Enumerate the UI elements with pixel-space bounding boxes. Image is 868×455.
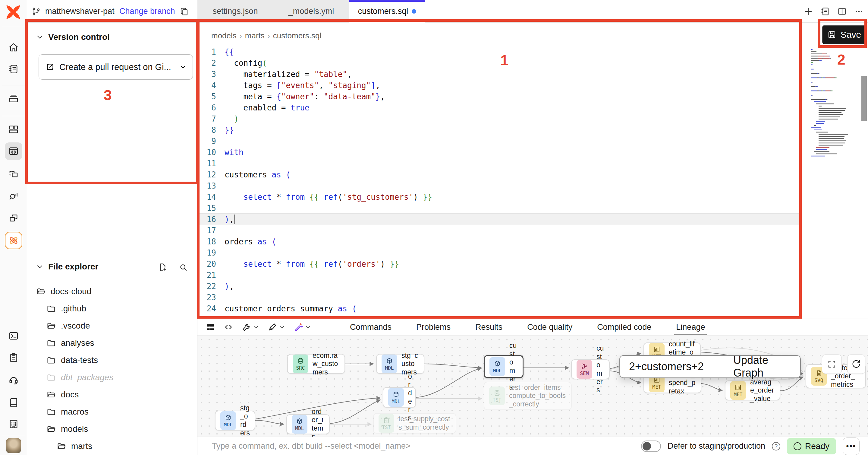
code-line-15[interactable]: 15 bbox=[197, 202, 800, 214]
ide-code-icon[interactable] bbox=[5, 142, 22, 160]
code-toggle-icon[interactable] bbox=[223, 322, 234, 332]
code-line-10[interactable]: 10with bbox=[197, 147, 800, 158]
terminal-icon[interactable] bbox=[5, 327, 22, 345]
tree-item-analyses[interactable]: analyses bbox=[27, 334, 197, 351]
code-area[interactable]: 1{{2 config(3 materialized = "table",4 t… bbox=[197, 46, 800, 314]
build-tool-icon[interactable] bbox=[241, 322, 259, 332]
lineage-node-test-supply-costs[interactable]: TSTtest_supply_costs_sum_correctly bbox=[373, 413, 456, 433]
dashboard-grid-icon[interactable] bbox=[5, 121, 22, 138]
code-line-3[interactable]: 3 materialized = "table", bbox=[197, 68, 800, 80]
preview-table-icon[interactable] bbox=[205, 322, 216, 332]
tree-item-data-tests[interactable]: data-tests bbox=[27, 351, 197, 369]
panel-notebook-icon[interactable] bbox=[820, 7, 830, 16]
code-line-1[interactable]: 1{{ bbox=[197, 46, 800, 57]
file-explorer-header[interactable]: File explorer bbox=[36, 262, 98, 272]
refresh-graph-button[interactable] bbox=[847, 354, 865, 374]
file-tab-_models.yml[interactable]: _models.yml bbox=[273, 0, 349, 23]
code-line-20[interactable]: 20 select * from {{ ref('orders') }} bbox=[197, 258, 800, 269]
dbt-logo-icon[interactable] bbox=[4, 3, 22, 20]
split-pane-icon[interactable] bbox=[837, 7, 847, 16]
code-line-8[interactable]: 8}} bbox=[197, 124, 800, 136]
canvas-icon[interactable] bbox=[5, 165, 22, 183]
tree-item-models[interactable]: models bbox=[27, 420, 197, 437]
code-line-23[interactable]: 23 bbox=[197, 292, 800, 303]
test-tool-icon[interactable] bbox=[267, 322, 285, 332]
copilot-atom-icon[interactable] bbox=[5, 232, 22, 249]
tree-item-.vscode[interactable]: .vscode bbox=[27, 317, 197, 334]
lineage-pane[interactable]: SRCecom.raw_customersMDLstg_customersMDL… bbox=[197, 336, 868, 436]
panel-tab-commands[interactable]: Commands bbox=[348, 319, 393, 335]
panel-tab-compiled-code[interactable]: Compiled code bbox=[595, 319, 653, 335]
code-line-16[interactable]: 16), bbox=[197, 214, 800, 225]
code-line-6[interactable]: 6 enabled = true bbox=[197, 102, 800, 113]
help-icon[interactable]: ? bbox=[772, 442, 780, 451]
tree-item-marts[interactable]: marts bbox=[27, 437, 197, 455]
create-pr-button[interactable]: Create a pull request on Gi... bbox=[38, 54, 193, 80]
tree-item-docs[interactable]: docs bbox=[27, 386, 197, 403]
breadcrumb-segment[interactable]: marts bbox=[245, 31, 265, 40]
jobs-stack-icon[interactable] bbox=[5, 89, 22, 107]
command-input[interactable]: Type a command, ex. dbt build --select <… bbox=[212, 437, 410, 455]
magic-wand-icon[interactable] bbox=[293, 322, 311, 332]
code-line-7[interactable]: 7 ) bbox=[197, 113, 800, 124]
panel-tab-code-quality[interactable]: Code quality bbox=[525, 319, 574, 335]
code-line-24[interactable]: 24customer_orders_summary as ( bbox=[197, 303, 800, 314]
user-avatar[interactable] bbox=[6, 438, 21, 453]
pr-dropdown-caret[interactable] bbox=[173, 55, 193, 79]
open-window-icon[interactable] bbox=[5, 209, 22, 227]
lineage-node-average-order-value[interactable]: METaverage_order_value bbox=[725, 380, 780, 400]
breadcrumb-segment[interactable]: customers.sql bbox=[273, 31, 321, 40]
notebook-icon[interactable] bbox=[5, 60, 22, 78]
organization-icon[interactable] bbox=[5, 415, 22, 433]
docs-book-icon[interactable] bbox=[5, 394, 22, 411]
lineage-node-orders-model[interactable]: MDLorders bbox=[383, 387, 416, 408]
tree-item-.github[interactable]: .github bbox=[27, 300, 197, 317]
file-tab-customers.sql[interactable]: customers.sql bbox=[349, 0, 425, 23]
code-line-21[interactable]: 21 bbox=[197, 269, 800, 281]
editor-scrollbar[interactable] bbox=[861, 23, 867, 319]
search-icon[interactable] bbox=[179, 262, 188, 272]
lineage-node-ecom-raw-customers[interactable]: SRCecom.raw_customers bbox=[287, 354, 345, 374]
defer-toggle[interactable] bbox=[641, 440, 661, 452]
code-line-12[interactable]: 12customers as ( bbox=[197, 169, 800, 180]
editor-minimap[interactable] bbox=[811, 49, 858, 302]
code-line-2[interactable]: 2 config( bbox=[197, 57, 800, 68]
tree-item-docs-cloud[interactable]: docs-cloud bbox=[27, 283, 197, 300]
ready-status-badge[interactable]: Ready bbox=[787, 438, 836, 454]
query-explorer-icon[interactable] bbox=[5, 187, 22, 205]
copy-icon[interactable] bbox=[179, 7, 189, 16]
change-branch-link[interactable]: Change branch bbox=[119, 7, 175, 16]
fullscreen-button[interactable] bbox=[822, 354, 842, 374]
file-tab-settings.json[interactable]: settings.json bbox=[197, 0, 273, 23]
more-options-icon[interactable] bbox=[854, 7, 864, 16]
lineage-node-customers-semantic[interactable]: SEMcustomers bbox=[571, 359, 610, 379]
code-line-9[interactable]: 9 bbox=[197, 136, 800, 147]
lineage-node-customers-model[interactable]: MDLcustomers bbox=[484, 355, 524, 378]
code-line-5[interactable]: 5 meta = {"owner": "data-team"}, bbox=[197, 91, 800, 102]
code-line-11[interactable]: 11 bbox=[197, 158, 800, 169]
code-line-17[interactable]: 17 bbox=[197, 225, 800, 236]
support-headset-icon[interactable] bbox=[5, 371, 22, 389]
version-control-header[interactable]: Version control bbox=[36, 32, 110, 42]
panel-tab-problems[interactable]: Problems bbox=[414, 319, 453, 335]
status-more-button[interactable]: ••• bbox=[843, 437, 860, 455]
panel-tab-lineage[interactable]: Lineage bbox=[674, 319, 707, 335]
clipboard-icon[interactable] bbox=[5, 349, 22, 366]
code-line-13[interactable]: 13 bbox=[197, 180, 800, 191]
panel-tab-results[interactable]: Results bbox=[473, 319, 504, 335]
lineage-search-input[interactable]: 2+customers+2 bbox=[620, 356, 733, 377]
lineage-node-stg-customers[interactable]: MDLstg_customers bbox=[376, 354, 424, 374]
new-tab-icon[interactable] bbox=[804, 7, 813, 16]
home-icon[interactable] bbox=[5, 39, 22, 56]
update-graph-button[interactable]: Update Graph bbox=[733, 356, 800, 377]
code-line-18[interactable]: 18orders as ( bbox=[197, 236, 800, 247]
scrollbar-thumb[interactable] bbox=[861, 76, 867, 121]
tree-item-dbt_packages[interactable]: dbt_packages bbox=[27, 369, 197, 386]
lineage-node-test-order-items[interactable]: TSTtest_order_items_compute_to_bools_cor… bbox=[484, 382, 572, 410]
breadcrumb-segment[interactable]: models bbox=[211, 31, 237, 40]
lineage-node-stg-orders[interactable]: MDLstg_orders bbox=[215, 410, 255, 431]
tree-item-macros[interactable]: macros bbox=[27, 403, 197, 420]
save-button[interactable]: Save bbox=[822, 25, 867, 45]
code-line-22[interactable]: 22), bbox=[197, 281, 800, 292]
code-line-14[interactable]: 14 select * from {{ ref('stg_customers')… bbox=[197, 191, 800, 202]
